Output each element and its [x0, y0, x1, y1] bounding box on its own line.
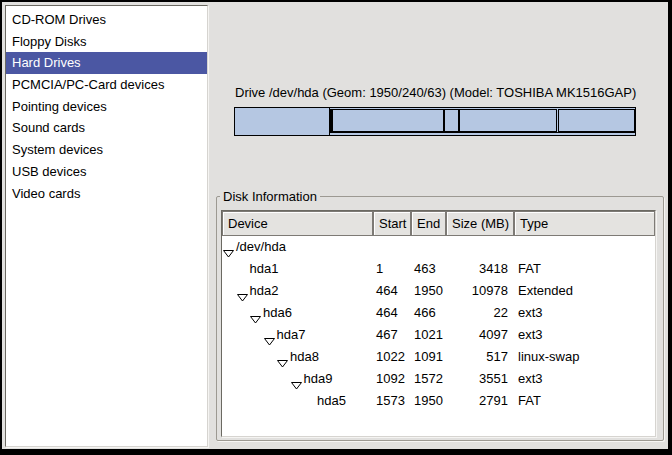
size-cell: 3418 — [446, 258, 514, 280]
device-cell: hda2 — [222, 280, 373, 302]
type-cell — [514, 236, 655, 258]
sidebar-item-label: USB devices — [12, 164, 86, 179]
type-cell: FAT — [514, 390, 655, 412]
sidebar-item-pointing-devices[interactable]: Pointing devices — [6, 96, 207, 118]
partition-segment-hda7 — [332, 109, 444, 132]
start-cell: 1 — [373, 258, 411, 280]
device-name: hda9 — [304, 368, 333, 390]
disk-table-header: DeviceStartEndSize (MB)Type — [222, 211, 655, 236]
size-cell: 22 — [446, 302, 514, 324]
start-cell: 467 — [373, 324, 411, 346]
expander-icon[interactable] — [264, 331, 275, 340]
start-cell: 464 — [373, 280, 411, 302]
disk-row-hda8[interactable]: hda810221091517linux-swap — [222, 346, 655, 368]
end-cell: 463 — [411, 258, 446, 280]
start-cell: 1022 — [373, 346, 411, 368]
start-cell: 464 — [373, 302, 411, 324]
end-cell: 1091 — [411, 346, 446, 368]
expander-icon[interactable] — [237, 287, 248, 296]
device-cell: hda5 — [222, 390, 373, 412]
partition-segment-hda1 — [235, 108, 330, 135]
end-cell: 466 — [411, 302, 446, 324]
drive-title: Drive /dev/hda (Geom: 1950/240/63) (Mode… — [235, 85, 636, 100]
size-cell: 10978 — [446, 280, 514, 302]
device-cell: hda6 — [222, 302, 373, 324]
sidebar-item-label: Sound cards — [12, 120, 85, 135]
partition-segment-hda5 — [558, 109, 636, 132]
device-cell: hda7 — [222, 324, 373, 346]
sidebar-item-label: PCMCIA/PC-Card devices — [12, 77, 164, 92]
device-category-list: CD-ROM DrivesFloppy DisksHard DrivesPCMC… — [5, 5, 208, 447]
disk-row-dev-hda[interactable]: /dev/hda — [222, 236, 655, 258]
partition-bar — [234, 107, 636, 136]
end-cell: 1021 — [411, 324, 446, 346]
size-cell: 4097 — [446, 324, 514, 346]
sidebar-item-sound-cards[interactable]: Sound cards — [6, 117, 207, 139]
disk-row-hda7[interactable]: hda746710214097ext3 — [222, 324, 655, 346]
sidebar-item-label: Pointing devices — [12, 99, 107, 114]
disk-information-group: Disk Information DeviceStartEndSize (MB)… — [216, 196, 664, 441]
device-cell: /dev/hda — [222, 236, 373, 258]
start-cell: 1092 — [373, 368, 411, 390]
end-cell: 1950 — [411, 390, 446, 412]
disk-row-hda2[interactable]: hda2464195010978Extended — [222, 280, 655, 302]
type-cell: ext3 — [514, 368, 655, 390]
size-cell: 3551 — [446, 368, 514, 390]
device-name: hda2 — [250, 280, 279, 302]
extended-partition-bottom-edge — [330, 132, 635, 133]
disk-row-hda1[interactable]: hda114633418FAT — [222, 258, 655, 280]
disk-row-hda9[interactable]: hda9109215723551ext3 — [222, 368, 655, 390]
type-cell: FAT — [514, 258, 655, 280]
end-cell: 1572 — [411, 368, 446, 390]
size-cell: 2791 — [446, 390, 514, 412]
sidebar-item-label: CD-ROM Drives — [12, 12, 106, 27]
sidebar-item-video-cards[interactable]: Video cards — [6, 183, 207, 205]
device-cell: hda9 — [222, 368, 373, 390]
device-cell: hda8 — [222, 346, 373, 368]
start-cell: 1573 — [373, 390, 411, 412]
expander-icon[interactable] — [277, 353, 288, 362]
disk-row-hda6[interactable]: hda646446622ext3 — [222, 302, 655, 324]
sidebar-item-pcmcia-pc-card-devices[interactable]: PCMCIA/PC-Card devices — [6, 74, 207, 96]
partition-segment-hda9 — [459, 109, 558, 132]
column-header-start[interactable]: Start — [373, 211, 411, 236]
device-name: hda1 — [250, 258, 279, 280]
partition-segment-hda8 — [444, 109, 458, 132]
sidebar-item-label: Hard Drives — [12, 55, 81, 70]
type-cell: linux-swap — [514, 346, 655, 368]
end-cell — [411, 236, 446, 258]
expander-icon[interactable] — [250, 309, 261, 318]
sidebar-item-cd-rom-drives[interactable]: CD-ROM Drives — [6, 9, 207, 31]
disk-table-body: /dev/hdahda114633418FAThda2464195010978E… — [222, 236, 655, 412]
sidebar-item-label: System devices — [12, 142, 103, 157]
end-cell: 1950 — [411, 280, 446, 302]
column-header-size-mb[interactable]: Size (MB) — [446, 211, 514, 236]
disk-information-label: Disk Information — [220, 189, 320, 204]
size-cell — [446, 236, 514, 258]
type-cell: ext3 — [514, 324, 655, 346]
extended-partition-hda2 — [330, 108, 635, 135]
column-header-end[interactable]: End — [411, 211, 446, 236]
device-name: hda5 — [317, 390, 346, 412]
size-cell: 517 — [446, 346, 514, 368]
disk-row-hda5[interactable]: hda5157319502791FAT — [222, 390, 655, 412]
device-name: hda7 — [277, 324, 306, 346]
device-name: /dev/hda — [236, 236, 286, 258]
device-cell: hda1 — [222, 258, 373, 280]
disk-table: DeviceStartEndSize (MB)Type /dev/hdahda1… — [221, 210, 656, 437]
sidebar-item-system-devices[interactable]: System devices — [6, 139, 207, 161]
start-cell — [373, 236, 411, 258]
sidebar-item-floppy-disks[interactable]: Floppy Disks — [6, 31, 207, 53]
device-name: hda8 — [290, 346, 319, 368]
sidebar-item-hard-drives[interactable]: Hard Drives — [6, 52, 207, 74]
sidebar-item-usb-devices[interactable]: USB devices — [6, 161, 207, 183]
type-cell: ext3 — [514, 302, 655, 324]
column-header-type[interactable]: Type — [514, 211, 655, 236]
expander-icon[interactable] — [223, 243, 234, 252]
device-name: hda6 — [263, 302, 292, 324]
sidebar-item-label: Video cards — [12, 186, 80, 201]
sidebar-item-label: Floppy Disks — [12, 34, 86, 49]
type-cell: Extended — [514, 280, 655, 302]
expander-icon[interactable] — [291, 375, 302, 384]
column-header-device[interactable]: Device — [222, 211, 373, 236]
